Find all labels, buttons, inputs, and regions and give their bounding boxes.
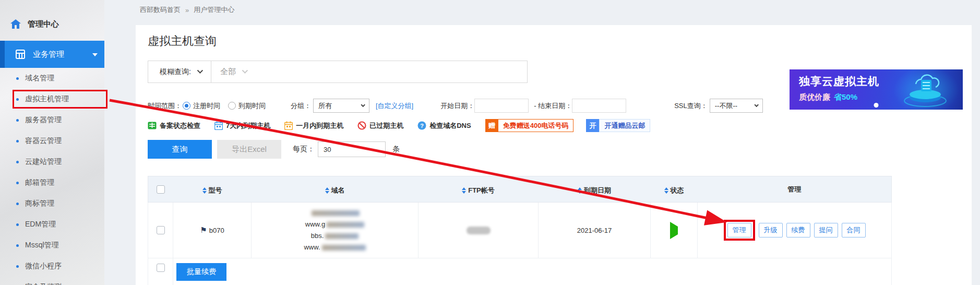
sort-icon	[578, 187, 582, 194]
gift-400-promo[interactable]: 赠 免费赠送400电话号码	[485, 119, 574, 132]
bullet-icon	[16, 161, 19, 163]
legend-row: 备案状态检查 7天内到期主机	[148, 119, 972, 132]
sidebar-item-weapp[interactable]: 微信小程序	[0, 256, 104, 277]
search-mode-label: 模糊查询:	[160, 67, 191, 77]
model-cell: ⚑b070	[173, 203, 252, 258]
mail-promo-label: 开通赠品云邮	[599, 119, 650, 132]
domain-prefix: www.g	[305, 220, 325, 228]
legend-expire-7d[interactable]: 7天内到期主机	[214, 121, 270, 130]
renew-button[interactable]: 续费	[786, 223, 810, 238]
sort-icon	[202, 187, 207, 194]
bullet-icon	[16, 203, 19, 205]
blurred-text	[327, 222, 364, 228]
group-select[interactable]: 所有	[313, 99, 369, 113]
breadcrumb-home-link[interactable]: 西部数码首页	[140, 5, 181, 15]
calendar-7d-icon	[214, 121, 223, 130]
start-date-input[interactable]	[474, 99, 529, 113]
legend-label: 7天内到期主机	[226, 121, 270, 130]
gift-badge-icon: 赠	[485, 119, 498, 132]
table-row: ⚑b070 www.g bbs. www. 2021-06-17	[148, 203, 892, 258]
bullet-icon	[16, 182, 19, 184]
sidebar-item-label: 容器云管理	[25, 136, 62, 146]
domain-line: www.	[252, 242, 418, 253]
sidebar-item-server[interactable]: 服务器管理	[0, 110, 104, 130]
manage-button[interactable]: 管理	[727, 223, 751, 238]
ssl-select-value: --不限--	[715, 101, 737, 111]
model-value: b070	[209, 227, 224, 234]
ask-button[interactable]: 提问	[814, 223, 838, 238]
legend-check-dns[interactable]: ? 检查域名DNS	[417, 121, 471, 130]
dns-check-icon: ?	[417, 121, 426, 130]
per-page-unit: 条	[392, 145, 400, 154]
svg-text:?: ?	[420, 123, 424, 129]
sort-header-model[interactable]: 型号	[202, 186, 222, 195]
end-date-input[interactable]	[572, 99, 626, 113]
status-running-icon	[670, 222, 678, 239]
radio-register-time[interactable]: 注册时间	[183, 101, 220, 111]
contract-button[interactable]: 合同	[842, 223, 866, 238]
legend-label: 已过期主机	[369, 121, 403, 130]
chevron-down-icon	[92, 53, 98, 56]
sidebar: 管理中心 业务管理 域名管理 虚拟主机管理 服务器管理 容器云管理 云建站管理 …	[0, 0, 104, 285]
banner-subtitle-text: 质优价廉	[799, 92, 830, 101]
batch-row: 批量续费	[148, 258, 892, 285]
upgrade-button[interactable]: 升级	[759, 223, 783, 238]
per-page-input[interactable]	[318, 141, 386, 157]
row-checkbox[interactable]	[157, 264, 165, 272]
custom-group-link[interactable]: [自定义分组]	[376, 101, 413, 111]
sidebar-item-vhost[interactable]: 虚拟主机管理	[0, 89, 104, 110]
sidebar-item-mssql[interactable]: Mssql管理	[0, 235, 104, 256]
sidebar-section-label: 业务管理	[33, 50, 64, 60]
time-range-label: 时间范围：	[148, 101, 182, 111]
legend-label: 备案状态检查	[160, 121, 200, 130]
select-all-checkbox[interactable]	[157, 185, 165, 194]
sidebar-item-trademark[interactable]: 商标管理	[0, 193, 104, 214]
sidebar-item-sitebuilder[interactable]: 云建站管理	[0, 151, 104, 172]
domain-line: bbs.	[252, 230, 418, 242]
manage-cell: 管理 升级 续费 提问 合同	[698, 203, 892, 258]
cloud-mail-promo[interactable]: 开 开通赠品云邮	[586, 119, 650, 132]
row-checkbox[interactable]	[157, 226, 165, 234]
icp-status-icon	[148, 121, 157, 130]
sidebar-section-business[interactable]: 业务管理	[0, 41, 104, 68]
export-excel-button[interactable]: 导出Excel	[217, 140, 281, 159]
search-mode-dropdown[interactable]: 模糊查询:	[148, 67, 211, 77]
sidebar-item-container[interactable]: 容器云管理	[0, 130, 104, 151]
ssl-select[interactable]: --不限--	[710, 99, 763, 113]
sidebar-item-label: 安全及监测	[25, 282, 62, 285]
page-title: 虚拟主机查询	[148, 33, 972, 49]
mail-badge-icon: 开	[586, 119, 599, 132]
status-cell	[651, 203, 698, 258]
legend-expired[interactable]: 已过期主机	[357, 121, 403, 130]
legend-icp-check[interactable]: 备案状态检查	[148, 121, 200, 130]
sidebar-item-edm[interactable]: EDM管理	[0, 214, 104, 235]
radio-off-icon	[228, 102, 236, 110]
active-strip	[0, 41, 5, 68]
promo-banner[interactable]: 独享云虚拟主机 质优价廉省50%	[790, 69, 963, 110]
carousel-dot[interactable]	[874, 103, 879, 108]
legend-label: 一月内到期主机	[296, 121, 343, 130]
sort-header-expire[interactable]: 到期日期	[578, 186, 611, 195]
sidebar-item-home[interactable]: 管理中心	[0, 15, 104, 33]
radio-expire-time[interactable]: 到期时间	[228, 101, 266, 111]
batch-renew-button[interactable]: 批量续费	[176, 263, 226, 281]
sort-header-ftp[interactable]: FTP帐号	[462, 186, 495, 195]
breadcrumb-current-link[interactable]: 用户管理中心	[194, 5, 234, 15]
sidebar-item-label: EDM管理	[25, 220, 56, 229]
sort-header-domain[interactable]: 域名	[325, 186, 345, 195]
header-label: 状态	[671, 186, 684, 195]
sort-icon	[325, 187, 329, 194]
home-icon	[10, 19, 21, 29]
sidebar-item-label: 域名管理	[25, 74, 54, 83]
sidebar-item-security[interactable]: 安全及监测	[0, 277, 104, 285]
sort-icon	[462, 187, 466, 194]
query-button[interactable]: 查询	[148, 140, 212, 159]
blurred-text	[322, 245, 366, 251]
sidebar-item-mailbox[interactable]: 邮箱管理	[0, 172, 104, 193]
sort-header-status[interactable]: 状态	[664, 186, 684, 195]
legend-expire-30d[interactable]: 一月内到期主机	[284, 121, 343, 130]
sidebar-item-domain[interactable]: 域名管理	[0, 68, 104, 89]
page: 管理中心 业务管理 域名管理 虚拟主机管理 服务器管理 容器云管理 云建站管理 …	[0, 0, 980, 285]
bullet-icon	[16, 223, 19, 226]
search-scope-dropdown[interactable]: 全部	[220, 67, 246, 77]
